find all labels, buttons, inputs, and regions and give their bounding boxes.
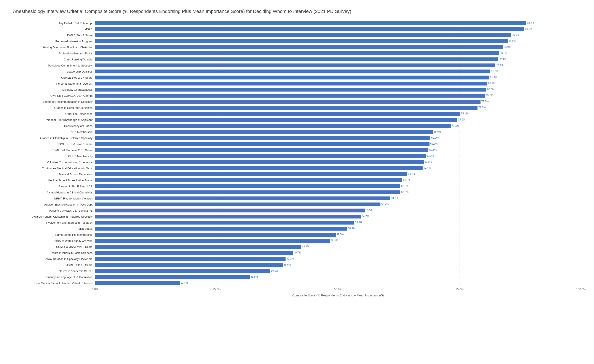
bar-value-label: 80.7% bbox=[488, 82, 495, 85]
bar-label: AOA Membership bbox=[13, 130, 95, 134]
bar-value-label: 74.5% bbox=[458, 118, 465, 121]
bar-track: 81.3% bbox=[95, 69, 581, 74]
bar-fill bbox=[95, 184, 400, 188]
bar-track: 67.4% bbox=[95, 166, 581, 170]
bar-value-label: 75.1% bbox=[461, 112, 468, 115]
bar-label: Volunteer/Extracurricular Experience bbox=[13, 161, 95, 164]
bar-fill bbox=[95, 281, 180, 285]
bar-track: 67.6% bbox=[95, 160, 581, 164]
bar-track: 53.3% bbox=[95, 220, 581, 225]
bar-value-label: 60.7% bbox=[391, 197, 398, 200]
bar-row: Any Failed COMLEX-USA Attempt80.2% bbox=[13, 93, 581, 98]
x-tick: 50.0% bbox=[334, 288, 342, 291]
bar-row: Awards/Honors, Clerkship in Preferred Sp… bbox=[13, 214, 581, 219]
bar-label: Medical School Accreditation Status bbox=[13, 179, 95, 182]
bar-value-label: 64.2% bbox=[408, 173, 415, 176]
grid-line bbox=[581, 202, 581, 207]
grid-line bbox=[459, 238, 460, 243]
bar-row: Diversity Characteristics80.5% bbox=[13, 87, 581, 92]
bar-value-label: 55.5% bbox=[366, 209, 373, 212]
bar-value-label: 49.5% bbox=[337, 233, 344, 236]
grid-line bbox=[459, 160, 460, 164]
grid-line bbox=[459, 226, 460, 231]
bar-track: 68.6% bbox=[95, 148, 581, 152]
bar-row: Having Overcome Significant Obstacles83.… bbox=[13, 45, 581, 50]
bar-value-label: 83.1% bbox=[500, 52, 507, 55]
bar-value-label: 67.6% bbox=[425, 160, 432, 163]
bar-fill bbox=[95, 196, 390, 200]
grid-line bbox=[581, 244, 581, 249]
grid-line bbox=[581, 51, 581, 56]
bar-row: Medical School Reputation64.2% bbox=[13, 172, 581, 177]
grid-line bbox=[581, 160, 581, 164]
grid-line bbox=[459, 208, 460, 213]
bar-fill bbox=[95, 106, 478, 110]
bar-row: Other Life Experience75.1% bbox=[13, 111, 581, 116]
bar-track: 85.6% bbox=[95, 33, 581, 38]
bar-label: Letters of Recommendation in Specialty bbox=[13, 100, 95, 104]
bar-row: Volunteer/Extracurricular Experience67.6… bbox=[13, 160, 581, 164]
bar-track: 39.2% bbox=[95, 256, 581, 261]
bar-label: Class Ranking/Quartile bbox=[13, 58, 95, 61]
bar-fill bbox=[95, 154, 426, 158]
grid-line bbox=[581, 45, 581, 50]
bar-label: COMLEX-USA Level 2 CE Score bbox=[13, 149, 95, 152]
bar-track: 79.3% bbox=[95, 99, 581, 104]
grid-line bbox=[581, 256, 581, 261]
grid-line bbox=[459, 250, 460, 255]
grid-line bbox=[581, 39, 581, 44]
grid-line bbox=[338, 263, 338, 267]
grid-line bbox=[338, 275, 338, 279]
bar-fill bbox=[95, 21, 526, 25]
grid-line bbox=[459, 148, 460, 152]
grid-line bbox=[459, 214, 460, 219]
grid-line bbox=[581, 166, 581, 170]
bar-track: 54.7% bbox=[95, 214, 581, 219]
bar-row: GHHS Membership68.0% bbox=[13, 154, 581, 158]
x-tick: 75.0% bbox=[456, 288, 464, 291]
bar-row: Passing USMLE Step 2 CS62.8% bbox=[13, 184, 581, 189]
grid-line bbox=[581, 226, 581, 231]
grid-line bbox=[459, 232, 460, 237]
grid-line bbox=[581, 250, 581, 255]
bar-label: NRMP Flag for Match Violation bbox=[13, 197, 95, 200]
bar-row: Awards/Honors in Basic Sciences40.7% bbox=[13, 250, 581, 255]
bar-value-label: 88.7% bbox=[527, 21, 534, 24]
grid-line bbox=[581, 124, 581, 128]
bar-value-label: 78.7% bbox=[478, 106, 486, 109]
bar-fill bbox=[95, 33, 511, 37]
bar-fill bbox=[95, 221, 354, 225]
bar-fill bbox=[95, 148, 428, 152]
bar-value-label: 88.3% bbox=[525, 27, 532, 30]
grid-line bbox=[581, 87, 581, 92]
bar-track: 51.9% bbox=[95, 226, 581, 231]
bar-row: Perceived Interest in Program84.9% bbox=[13, 39, 581, 44]
bar-row: COMLEX-USA Level 2 CE Score68.6% bbox=[13, 148, 581, 152]
grid-line bbox=[459, 166, 460, 170]
bar-row: Passing COMLEX-USA Level 2 PE55.5% bbox=[13, 208, 581, 213]
bar-label: Grades in Clerkship in Preferred Special… bbox=[13, 136, 95, 140]
grid-line bbox=[581, 263, 581, 267]
bar-value-label: 54.7% bbox=[362, 215, 369, 218]
bar-track: 31.8% bbox=[95, 275, 581, 279]
grid-line bbox=[216, 281, 217, 286]
bar-fill bbox=[95, 251, 293, 255]
bar-row: Fluency in Language of Pt Population31.8… bbox=[13, 275, 581, 279]
grid-line bbox=[581, 63, 581, 68]
bar-row: Away Rotation in Specialty Elsewhere39.2… bbox=[13, 256, 581, 261]
bar-label: COMLEX-USA Level 3 Score bbox=[13, 245, 95, 248]
bar-track: 75.1% bbox=[95, 111, 581, 116]
bar-value-label: 82.9% bbox=[499, 58, 506, 61]
bar-fill bbox=[95, 245, 301, 249]
bar-label: How Medical School Handled Virtual Rotat… bbox=[13, 281, 95, 285]
grid-line bbox=[459, 275, 460, 279]
grid-line bbox=[581, 21, 581, 26]
bar-row: USMLE Step 1 Score85.6% bbox=[13, 33, 581, 38]
bar-row: Visa Status51.9% bbox=[13, 226, 581, 231]
grid-line bbox=[459, 263, 460, 267]
grid-line bbox=[459, 244, 460, 249]
bar-label: Grades in Required Clerkships bbox=[13, 106, 95, 110]
bar-value-label: 80.5% bbox=[487, 88, 495, 91]
bar-value-label: 85.6% bbox=[512, 33, 519, 37]
bar-fill bbox=[95, 51, 499, 55]
